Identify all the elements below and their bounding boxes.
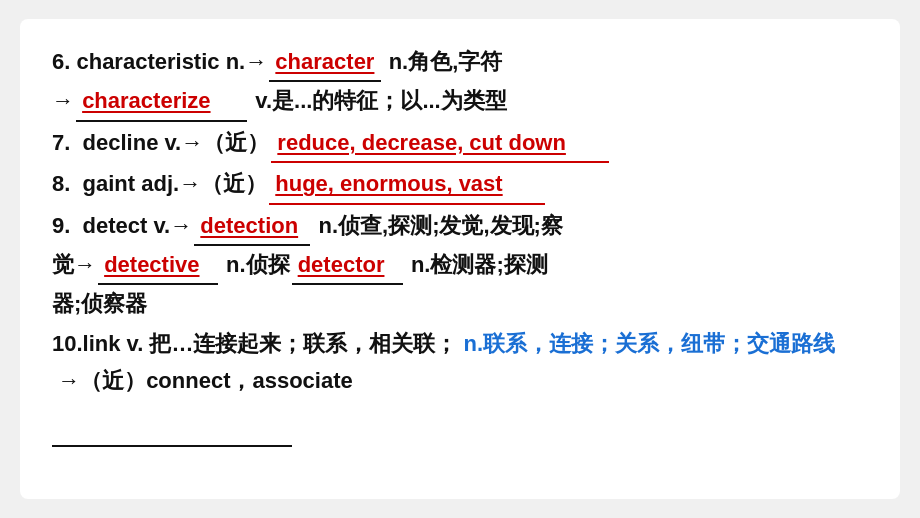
entry-6-pos: n.→: [226, 43, 268, 80]
entry-9-pos2: n.: [312, 207, 338, 244]
entry-6-line1: 6. characteristic n.→ character n. 角色,字符: [52, 43, 868, 82]
entry-7-blank1: reduce, decrease, cut down: [271, 124, 608, 163]
entry-6-arrow2: →: [52, 82, 74, 119]
entry-8: 8. gaint adj.→（近） huge, enormous, vast: [52, 165, 868, 204]
entry-9-blank3: detector: [292, 246, 403, 285]
entry-6-meaning1: 角色,字符: [408, 43, 502, 80]
entry-8-number: 8. gaint: [52, 165, 141, 202]
entry-10-arrow: →（近）: [52, 362, 146, 399]
entry-9-pos: v.→: [153, 207, 192, 244]
entry-6-blank1: character: [269, 43, 380, 82]
entry-9-meaning4: 器;侦察器: [52, 285, 147, 322]
entry-9-meaning1: 侦查,探测;发觉,发现;察: [338, 207, 563, 244]
entry-9-line2: 觉→ detective n. 侦探 detector n. 检测器;探测: [52, 246, 868, 285]
entry-10-fill-black: connect，associate: [146, 362, 353, 399]
entry-9-jue: 觉→: [52, 246, 96, 283]
main-card: 6. characteristic n.→ character n. 角色,字符…: [20, 19, 900, 499]
entry-6: 6. characteristic n.→ character n. 角色,字符…: [52, 43, 868, 122]
entry-9-meaning3: 检测器;探测: [430, 246, 547, 283]
entry-9-blank1: detection: [194, 207, 310, 246]
entry-10: 10.link v. 把…连接起来；联系，相关联； n.联系，连接；关系，纽带；…: [52, 325, 868, 447]
entry-6-fill1: character: [275, 49, 374, 74]
entry-7-number: 7. decline: [52, 124, 165, 161]
entry-10-pos: v.: [127, 325, 150, 362]
entry-10-bottom-line: [52, 408, 292, 447]
entry-7-line1: 7. decline v.→（近） reduce, decrease, cut …: [52, 124, 868, 163]
entry-10-line2: [52, 400, 868, 447]
entry-9-tantai: 侦探: [246, 246, 290, 283]
entry-9-line3: 器;侦察器: [52, 285, 868, 322]
entry-8-pos: adj.→（近）: [141, 165, 267, 202]
entry-6-fill2: characterize: [82, 88, 210, 113]
entry-10-number: 10.link: [52, 325, 127, 362]
entry-9-blank2: detective: [98, 246, 218, 285]
entry-6-blank2: characterize: [76, 82, 247, 121]
entry-9-number: 9. detect: [52, 207, 153, 244]
entry-10-meaning-blue: n.联系，连接；关系，纽带；交通路线: [464, 325, 836, 362]
entry-9-pos4: n.: [405, 246, 431, 283]
entry-7-fill1: reduce, decrease, cut down: [277, 130, 566, 155]
entry-10-meaning-black: 把…连接起来；联系，相关联；: [149, 325, 463, 362]
entry-9-fill2: detective: [104, 252, 199, 277]
entry-9-pos3: n.: [220, 246, 246, 283]
entry-9-line1: 9. detect v.→ detection n. 侦查,探测;发觉,发现;察: [52, 207, 868, 246]
entry-8-blank1: huge, enormous, vast: [269, 165, 545, 204]
entry-10-line1: 10.link v. 把…连接起来；联系，相关联； n.联系，连接；关系，纽带；…: [52, 325, 868, 400]
entry-8-line1: 8. gaint adj.→（近） huge, enormous, vast: [52, 165, 868, 204]
entry-8-fill1: huge, enormous, vast: [275, 171, 502, 196]
entry-9-fill3: detector: [298, 252, 385, 277]
entry-6-line2: → characterize v. 是...的特征；以...为类型: [52, 82, 868, 121]
entry-6-meaning2: 是...的特征；以...为类型: [272, 82, 507, 119]
entry-7-pos: v.→（近）: [165, 124, 270, 161]
entry-6-number: 6. characteristic: [52, 43, 226, 80]
entry-9-fill1: detection: [200, 213, 298, 238]
entry-6-pos3: v.: [249, 82, 272, 119]
entry-9: 9. detect v.→ detection n. 侦查,探测;发觉,发现;察…: [52, 207, 868, 323]
entry-7: 7. decline v.→（近） reduce, decrease, cut …: [52, 124, 868, 163]
entry-6-pos2: n.: [383, 43, 409, 80]
